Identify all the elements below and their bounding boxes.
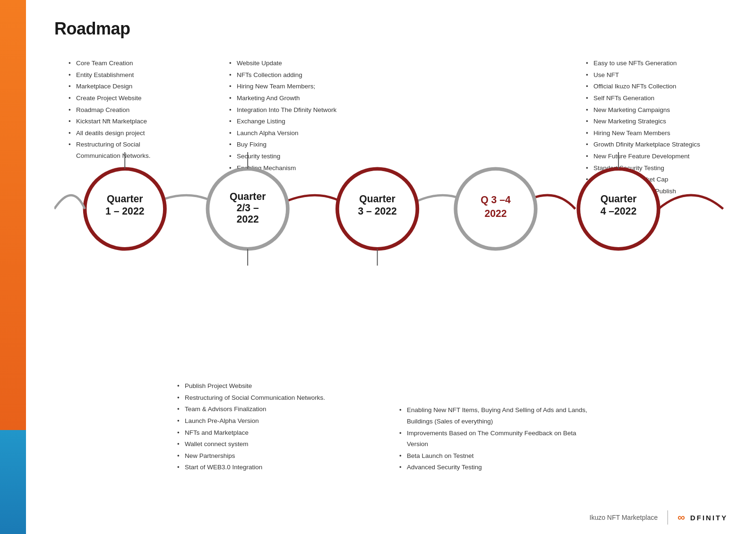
footer-brand: Ikuzo NFT Marketplace (590, 514, 658, 521)
list-item: All deatils design project (69, 128, 182, 139)
svg-text:1 – 2022: 1 – 2022 (105, 206, 144, 216)
list-item: Hiring New Team Members; (229, 81, 347, 92)
list-item: New Marketing Campaigns (586, 104, 718, 116)
timeline-area: Core Team Creation Entity Establishment … (54, 43, 728, 488)
list-item: Enabling New NFT Items, Buying And Selli… (399, 405, 598, 427)
svg-text:Quarter: Quarter (359, 193, 395, 205)
side-bar-orange (0, 0, 26, 430)
q4-below-panel: Enabling New NFT Items, Buying And Selli… (399, 405, 598, 474)
q4-below-list: Enabling New NFT Items, Buying And Selli… (399, 405, 598, 473)
list-item: New Marketing Strategics (586, 116, 718, 127)
list-item: Start of WEB3.0 Integration (177, 462, 385, 473)
q23-below-panel: Publish Project Website Restructuring of… (177, 380, 385, 474)
infinity-icon: ∞ (678, 511, 687, 524)
list-item: Entity Establishment (69, 69, 182, 81)
list-item: Official Ikuzo NFTs Collection (586, 81, 718, 92)
list-item: Integration Into The Dfinity Network (229, 104, 347, 116)
list-item: Marketplace Design (69, 81, 182, 92)
list-item: Growth Dfinity Marketplace Strategics (586, 139, 718, 150)
footer-divider (667, 510, 668, 525)
list-item: Wallet connect system (177, 439, 385, 450)
list-item: Hiring New Team Members (586, 128, 718, 139)
list-item: NFTs Collection adding (229, 69, 347, 81)
list-item: Website Update (229, 58, 347, 69)
list-item: Marketing And Growth (229, 93, 347, 104)
svg-text:Quarter: Quarter (107, 193, 143, 205)
q1-above-panel: Core Team Creation Entity Establishment … (69, 58, 182, 162)
list-item: Buy Fixing (229, 139, 347, 150)
list-item: Launch Pre-Alpha Version (177, 415, 385, 427)
list-item: Restructuring of Social Communication Ne… (177, 392, 385, 404)
list-item: Exchange Listing (229, 116, 347, 127)
side-bar-blue (0, 430, 26, 534)
list-item: Use NFT (586, 69, 718, 81)
list-item: New Partnerships (177, 450, 385, 462)
main-content: Roadmap Core Team Creation Entity Establ… (26, 0, 756, 534)
svg-text:Quarter: Quarter (230, 191, 266, 202)
list-item: Team & Advisors Finalization (177, 404, 385, 415)
svg-text:2022: 2022 (237, 214, 259, 224)
svg-text:2/3 –: 2/3 – (237, 202, 259, 213)
svg-text:Q 3 –4: Q 3 –4 (481, 194, 511, 206)
list-item: Roadmap Creation (69, 104, 182, 116)
list-item: Beta Launch on Testnet (399, 450, 598, 462)
list-item: Create Project Website (69, 93, 182, 104)
list-item: Core Team Creation (69, 58, 182, 69)
svg-text:Quarter: Quarter (601, 193, 636, 205)
list-item: Self NFTs Generation (586, 93, 718, 104)
list-item: Publish Project Website (177, 380, 385, 392)
timeline-svg: Quarter 1 – 2022 Quarter 2/3 – 2022 Quar… (54, 152, 728, 266)
list-item: NFTs and Marketplace (177, 427, 385, 439)
list-item: Improvements Based on The Community Feed… (399, 428, 598, 450)
list-item: Easy to use NFTs Generation (586, 58, 718, 69)
svg-text:2022: 2022 (484, 208, 507, 219)
svg-text:4 –2022: 4 –2022 (601, 206, 637, 216)
list-item: Advanced Security Testing (399, 462, 598, 473)
footer-logo-text: DFINITY (690, 514, 728, 522)
q23-below-list: Publish Project Website Restructuring of… (177, 380, 385, 473)
q1-above-list: Core Team Creation Entity Establishment … (69, 58, 182, 162)
list-item: Kickstart Nft Marketplace (69, 116, 182, 127)
list-item: Launch Alpha Version (229, 128, 347, 139)
side-bar (0, 0, 26, 534)
footer: Ikuzo NFT Marketplace ∞ DFINITY (590, 510, 728, 525)
footer-logo: ∞ DFINITY (678, 511, 728, 524)
svg-text:3 – 2022: 3 – 2022 (358, 206, 396, 216)
page-title: Roadmap (54, 19, 728, 39)
